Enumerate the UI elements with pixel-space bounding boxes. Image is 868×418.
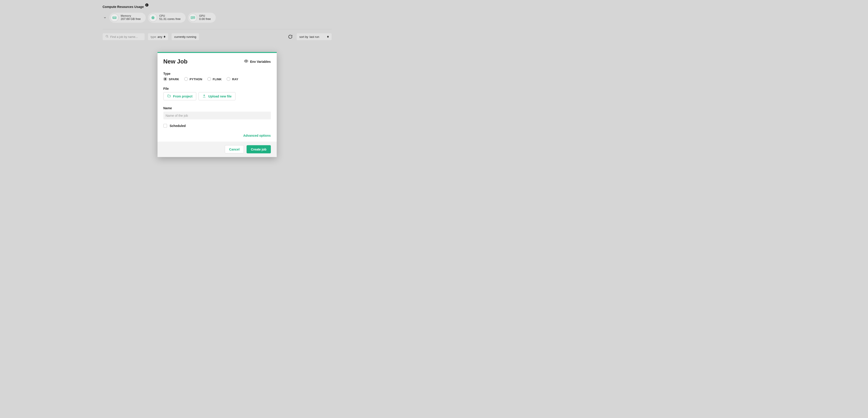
svg-point-4: [191, 17, 193, 18]
sort-label: sort by: [299, 35, 308, 38]
running-filter[interactable]: currently running: [172, 33, 199, 40]
scheduled-label: Scheduled: [170, 124, 186, 128]
name-section-label: Name: [163, 106, 271, 110]
sort-value: last run: [310, 35, 319, 38]
env-variables-label: Env Variables: [250, 60, 271, 63]
svg-rect-1: [152, 17, 154, 19]
sort-arrows-icon: [164, 36, 165, 38]
radio-flink[interactable]: FLINK: [207, 77, 222, 81]
gpu-value: 0.00 free: [199, 18, 211, 21]
cpu-pill[interactable]: CPU 51.31 cores free: [148, 13, 186, 23]
cancel-button[interactable]: Cancel: [225, 145, 244, 153]
cpu-label: CPU: [159, 14, 181, 18]
type-filter[interactable]: type any: [148, 33, 168, 40]
chevron-down-icon[interactable]: [103, 16, 107, 20]
type-filter-value: any: [157, 35, 162, 38]
create-label: Create job: [251, 148, 266, 151]
radio-flink-label: FLINK: [213, 77, 222, 81]
page-title: Compute Resources Usage: [103, 5, 144, 9]
toolbar: type any currently running sort by last …: [103, 33, 332, 40]
memory-label: Memory: [121, 14, 141, 18]
radio-python[interactable]: PYTHON: [184, 77, 203, 81]
sort-select[interactable]: sort by last run: [297, 33, 332, 40]
svg-line-7: [107, 37, 108, 38]
cancel-label: Cancel: [229, 148, 240, 151]
upload-file-label: Upload new file: [208, 94, 231, 98]
svg-point-12: [246, 61, 247, 62]
running-filter-label: currently running: [174, 35, 196, 38]
type-radio-group: SPARK PYTHON FLINK RAY: [163, 77, 271, 81]
memory-pill[interactable]: Memory 207.69 GB free: [110, 13, 146, 23]
svg-marker-11: [327, 37, 329, 38]
radio-icon: [184, 77, 188, 81]
gpu-label: GPU: [199, 14, 211, 18]
modal-title: New Job: [163, 58, 188, 65]
gpu-pill[interactable]: GPU 0.00 free: [188, 13, 216, 23]
radio-spark[interactable]: SPARK: [163, 77, 179, 81]
folder-icon: [167, 94, 171, 98]
radio-icon: [163, 77, 167, 81]
radio-python-label: PYTHON: [190, 77, 203, 81]
info-icon[interactable]: i: [145, 3, 149, 7]
svg-rect-2: [153, 17, 153, 18]
search-input[interactable]: [111, 35, 142, 38]
upload-file-button[interactable]: Upload new file: [198, 92, 236, 100]
radio-ray[interactable]: RAY: [227, 77, 238, 81]
svg-point-5: [193, 17, 194, 18]
type-filter-label: type: [151, 35, 156, 38]
eye-icon: [244, 59, 248, 64]
gpu-icon: [189, 13, 197, 22]
create-job-button[interactable]: Create job: [247, 145, 271, 153]
from-project-button[interactable]: From project: [163, 92, 196, 100]
cpu-value: 51.31 cores free: [159, 18, 181, 21]
refresh-icon[interactable]: [288, 34, 292, 39]
divider: [103, 29, 332, 29]
search-icon: [105, 35, 108, 39]
search-box[interactable]: [103, 33, 145, 40]
radio-spark-label: SPARK: [169, 77, 179, 81]
type-section-label: Type: [163, 72, 271, 76]
scheduled-checkbox[interactable]: [163, 124, 167, 128]
radio-icon: [207, 77, 211, 81]
memory-value: 207.69 GB free: [121, 18, 141, 21]
radio-ray-label: RAY: [232, 77, 238, 81]
job-name-input[interactable]: [163, 112, 271, 119]
header: Compute Resources Usage i: [103, 5, 332, 9]
cpu-icon: [149, 13, 157, 22]
new-job-modal: New Job Env Variables Type SPARK PYTHON …: [157, 52, 277, 157]
memory-icon: [111, 13, 119, 22]
svg-point-6: [106, 35, 107, 37]
modal-footer: Cancel Create job: [157, 142, 277, 157]
advanced-options-link[interactable]: Advanced options: [243, 134, 271, 138]
file-section-label: File: [163, 87, 271, 90]
upload-icon: [203, 94, 206, 98]
env-variables-link[interactable]: Env Variables: [244, 59, 271, 64]
from-project-label: From project: [173, 94, 193, 98]
resource-pills: Memory 207.69 GB free CPU 51.31 cores fr…: [103, 13, 332, 23]
sort-arrows-icon: [327, 36, 329, 38]
svg-marker-9: [164, 37, 165, 38]
page: Compute Resources Usage i Memory 207.69 …: [103, 0, 332, 40]
radio-icon: [227, 77, 230, 81]
